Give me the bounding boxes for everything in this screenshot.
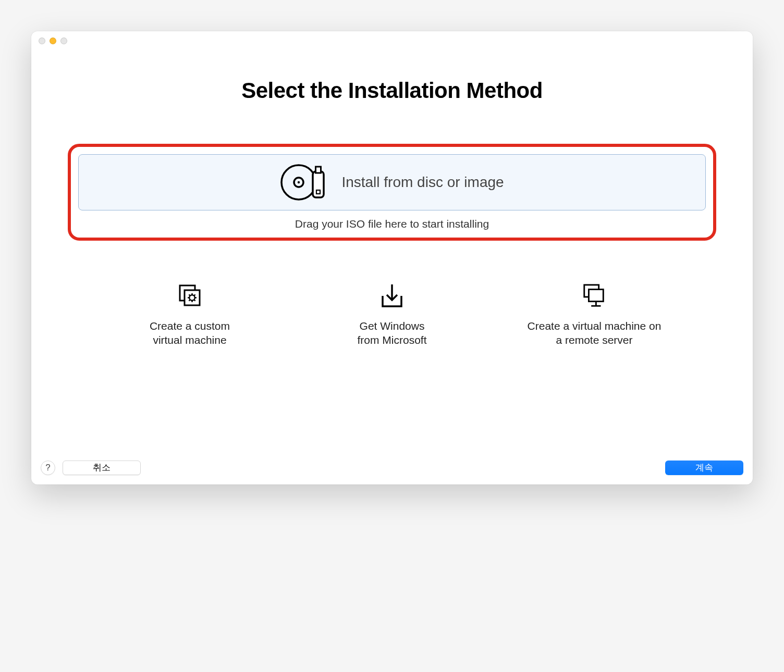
help-button[interactable]: ?	[41, 461, 55, 475]
svg-rect-4	[316, 167, 321, 173]
download-icon	[379, 283, 405, 309]
window-titlebar	[31, 31, 753, 50]
install-from-disc-dropzone[interactable]: Install from disc or image	[78, 154, 706, 210]
option-get-windows[interactable]: Get Windows from Microsoft	[324, 283, 460, 347]
option-label: Get Windows from Microsoft	[357, 319, 426, 347]
installer-window: Select the Installation Method Install f…	[31, 31, 753, 484]
remote-vm-icon	[581, 283, 607, 309]
disc-usb-icon	[280, 163, 328, 202]
option-label: Create a virtual machine on a remote ser…	[528, 319, 662, 347]
dropzone-label: Install from disc or image	[341, 174, 504, 191]
svg-line-14	[194, 300, 195, 301]
dropzone-hint: Drag your ISO file here to start install…	[78, 218, 706, 230]
window-minimize-button[interactable]	[50, 38, 56, 44]
annotation-highlight: Install from disc or image Drag your ISO…	[68, 144, 716, 241]
option-label: Create a custom virtual machine	[150, 319, 230, 347]
content-area: Select the Installation Method Install f…	[31, 50, 753, 455]
option-create-custom-vm[interactable]: Create a custom virtual machine	[122, 283, 258, 347]
window-close-button[interactable]	[39, 38, 45, 44]
option-remote-server-vm[interactable]: Create a virtual machine on a remote ser…	[526, 283, 662, 347]
footer-bar: ? 취소 계속	[31, 455, 753, 484]
cancel-button[interactable]: 취소	[63, 461, 141, 475]
svg-rect-19	[589, 290, 603, 302]
svg-line-15	[194, 294, 195, 295]
window-zoom-button[interactable]	[60, 38, 67, 44]
custom-vm-icon	[177, 283, 203, 309]
svg-line-16	[189, 300, 190, 301]
svg-rect-7	[185, 290, 200, 305]
continue-button[interactable]: 계속	[665, 461, 743, 475]
svg-point-2	[298, 181, 300, 183]
svg-line-13	[189, 294, 190, 295]
page-title: Select the Installation Method	[241, 78, 543, 103]
options-row: Create a custom virtual machine Get Wind…	[68, 283, 716, 347]
